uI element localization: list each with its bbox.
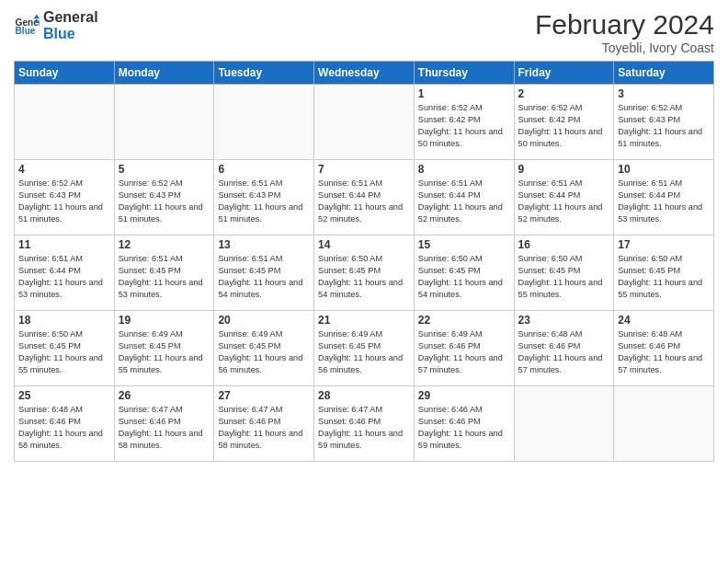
month-year: February 2024 <box>535 9 714 40</box>
day-info: Sunrise: 6:47 AM Sunset: 6:46 PM Dayligh… <box>119 404 210 452</box>
svg-marker-2 <box>34 14 40 18</box>
day-cell <box>214 85 314 160</box>
day-info: Sunrise: 6:52 AM Sunset: 6:43 PM Dayligh… <box>18 178 110 225</box>
col-header-tuesday: Tuesday <box>214 62 314 85</box>
week-row-4: 25Sunrise: 6:48 AM Sunset: 6:46 PM Dayli… <box>15 386 714 462</box>
day-number: 5 <box>119 163 210 176</box>
day-cell: 26Sunrise: 6:47 AM Sunset: 6:46 PM Dayli… <box>114 386 214 462</box>
page: General Blue General Blue February 2024 … <box>0 0 728 563</box>
day-number: 6 <box>218 163 310 176</box>
logo-general: General <box>43 9 98 26</box>
day-cell: 10Sunrise: 6:51 AM Sunset: 6:44 PM Dayli… <box>614 160 714 236</box>
day-info: Sunrise: 6:51 AM Sunset: 6:44 PM Dayligh… <box>618 178 710 225</box>
day-info: Sunrise: 6:47 AM Sunset: 6:46 PM Dayligh… <box>218 404 310 452</box>
logo-blue: Blue <box>43 26 98 42</box>
day-cell: 2Sunrise: 6:52 AM Sunset: 6:42 PM Daylig… <box>514 85 614 160</box>
day-info: Sunrise: 6:47 AM Sunset: 6:46 PM Dayligh… <box>318 404 410 452</box>
day-info: Sunrise: 6:49 AM Sunset: 6:45 PM Dayligh… <box>318 328 410 376</box>
day-info: Sunrise: 6:49 AM Sunset: 6:45 PM Dayligh… <box>119 328 210 376</box>
col-header-sunday: Sunday <box>15 62 115 85</box>
day-info: Sunrise: 6:51 AM Sunset: 6:43 PM Dayligh… <box>218 178 310 225</box>
week-row-2: 11Sunrise: 6:51 AM Sunset: 6:44 PM Dayli… <box>15 236 714 311</box>
day-cell: 19Sunrise: 6:49 AM Sunset: 6:45 PM Dayli… <box>114 311 214 386</box>
day-cell: 5Sunrise: 6:52 AM Sunset: 6:43 PM Daylig… <box>114 160 214 236</box>
day-info: Sunrise: 6:52 AM Sunset: 6:42 PM Dayligh… <box>418 102 510 150</box>
day-number: 1 <box>418 87 510 100</box>
day-cell: 12Sunrise: 6:51 AM Sunset: 6:45 PM Dayli… <box>114 236 214 311</box>
day-cell: 28Sunrise: 6:47 AM Sunset: 6:46 PM Dayli… <box>314 386 415 462</box>
header-row: SundayMondayTuesdayWednesdayThursdayFrid… <box>15 62 714 85</box>
day-cell: 25Sunrise: 6:48 AM Sunset: 6:46 PM Dayli… <box>15 386 115 462</box>
day-cell: 11Sunrise: 6:51 AM Sunset: 6:44 PM Dayli… <box>15 236 115 311</box>
day-number: 15 <box>418 238 510 251</box>
day-cell: 22Sunrise: 6:49 AM Sunset: 6:46 PM Dayli… <box>414 311 514 386</box>
day-cell: 15Sunrise: 6:50 AM Sunset: 6:45 PM Dayli… <box>414 236 514 311</box>
day-number: 18 <box>18 314 110 327</box>
header: General Blue General Blue February 2024 … <box>14 9 714 55</box>
day-cell: 29Sunrise: 6:46 AM Sunset: 6:46 PM Dayli… <box>414 386 514 462</box>
svg-text:Blue: Blue <box>16 26 36 36</box>
day-number: 12 <box>119 238 210 251</box>
day-number: 29 <box>418 389 510 402</box>
day-info: Sunrise: 6:51 AM Sunset: 6:44 PM Dayligh… <box>418 178 510 225</box>
day-number: 27 <box>218 389 310 402</box>
day-info: Sunrise: 6:50 AM Sunset: 6:45 PM Dayligh… <box>18 328 110 376</box>
day-number: 9 <box>518 163 610 176</box>
logo-icon: General Blue <box>14 13 40 39</box>
day-number: 8 <box>418 163 510 176</box>
day-number: 20 <box>218 314 310 327</box>
day-cell: 13Sunrise: 6:51 AM Sunset: 6:45 PM Dayli… <box>214 236 314 311</box>
day-info: Sunrise: 6:49 AM Sunset: 6:46 PM Dayligh… <box>418 328 510 376</box>
day-cell: 17Sunrise: 6:50 AM Sunset: 6:45 PM Dayli… <box>614 236 714 311</box>
day-info: Sunrise: 6:50 AM Sunset: 6:45 PM Dayligh… <box>518 253 610 301</box>
day-cell: 18Sunrise: 6:50 AM Sunset: 6:45 PM Dayli… <box>15 311 115 386</box>
day-info: Sunrise: 6:48 AM Sunset: 6:46 PM Dayligh… <box>18 404 110 452</box>
day-number: 14 <box>318 238 410 251</box>
day-number: 22 <box>418 314 510 327</box>
day-cell <box>114 85 214 160</box>
day-number: 4 <box>18 163 110 176</box>
day-info: Sunrise: 6:50 AM Sunset: 6:45 PM Dayligh… <box>418 253 510 301</box>
col-header-friday: Friday <box>514 62 614 85</box>
day-info: Sunrise: 6:51 AM Sunset: 6:45 PM Dayligh… <box>119 253 210 301</box>
day-cell: 4Sunrise: 6:52 AM Sunset: 6:43 PM Daylig… <box>15 160 115 236</box>
day-cell: 27Sunrise: 6:47 AM Sunset: 6:46 PM Dayli… <box>214 386 314 462</box>
day-cell <box>314 85 415 160</box>
day-number: 17 <box>618 238 710 251</box>
day-number: 16 <box>518 238 610 251</box>
day-number: 2 <box>518 87 610 100</box>
day-info: Sunrise: 6:51 AM Sunset: 6:44 PM Dayligh… <box>18 253 110 301</box>
day-cell <box>614 386 714 462</box>
day-cell <box>15 85 115 160</box>
day-number: 24 <box>618 314 710 327</box>
day-cell: 23Sunrise: 6:48 AM Sunset: 6:46 PM Dayli… <box>514 311 614 386</box>
day-info: Sunrise: 6:51 AM Sunset: 6:44 PM Dayligh… <box>318 178 410 225</box>
day-cell: 9Sunrise: 6:51 AM Sunset: 6:44 PM Daylig… <box>514 160 614 236</box>
day-info: Sunrise: 6:46 AM Sunset: 6:46 PM Dayligh… <box>418 404 510 452</box>
week-row-0: 1Sunrise: 6:52 AM Sunset: 6:42 PM Daylig… <box>15 85 714 160</box>
day-cell: 16Sunrise: 6:50 AM Sunset: 6:45 PM Dayli… <box>514 236 614 311</box>
day-cell: 3Sunrise: 6:52 AM Sunset: 6:43 PM Daylig… <box>614 85 714 160</box>
col-header-thursday: Thursday <box>414 62 514 85</box>
day-cell: 14Sunrise: 6:50 AM Sunset: 6:45 PM Dayli… <box>314 236 415 311</box>
logo: General Blue General Blue <box>14 9 98 41</box>
day-info: Sunrise: 6:52 AM Sunset: 6:43 PM Dayligh… <box>119 178 210 225</box>
calendar-table: SundayMondayTuesdayWednesdayThursdayFrid… <box>14 61 714 462</box>
day-info: Sunrise: 6:48 AM Sunset: 6:46 PM Dayligh… <box>518 328 610 376</box>
day-number: 23 <box>518 314 610 327</box>
day-info: Sunrise: 6:49 AM Sunset: 6:45 PM Dayligh… <box>218 328 310 376</box>
day-number: 11 <box>18 238 110 251</box>
day-cell: 20Sunrise: 6:49 AM Sunset: 6:45 PM Dayli… <box>214 311 314 386</box>
day-cell: 21Sunrise: 6:49 AM Sunset: 6:45 PM Dayli… <box>314 311 415 386</box>
day-number: 10 <box>618 163 710 176</box>
day-info: Sunrise: 6:48 AM Sunset: 6:46 PM Dayligh… <box>618 328 710 376</box>
day-info: Sunrise: 6:52 AM Sunset: 6:43 PM Dayligh… <box>618 102 710 150</box>
week-row-1: 4Sunrise: 6:52 AM Sunset: 6:43 PM Daylig… <box>15 160 714 236</box>
day-number: 7 <box>318 163 410 176</box>
location: Toyebli, Ivory Coast <box>535 40 714 55</box>
day-info: Sunrise: 6:51 AM Sunset: 6:45 PM Dayligh… <box>218 253 310 301</box>
day-info: Sunrise: 6:51 AM Sunset: 6:44 PM Dayligh… <box>518 178 610 225</box>
day-cell: 6Sunrise: 6:51 AM Sunset: 6:43 PM Daylig… <box>214 160 314 236</box>
day-number: 13 <box>218 238 310 251</box>
day-info: Sunrise: 6:52 AM Sunset: 6:42 PM Dayligh… <box>518 102 610 150</box>
